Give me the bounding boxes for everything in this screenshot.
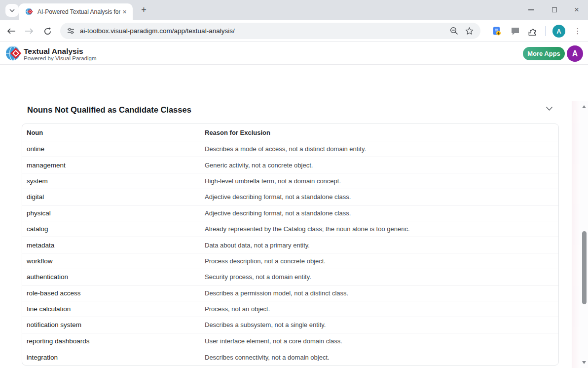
reason-cell: Adjective describing format, not a stand… — [205, 205, 558, 221]
table-row: catalog Already represented by the Catal… — [22, 221, 558, 237]
back-button[interactable] — [5, 25, 18, 38]
noun-cell: catalog — [22, 221, 205, 237]
reason-cell: Describes a permission model, not a dist… — [205, 286, 558, 301]
table-row: digital Adjective describing format, not… — [22, 189, 558, 205]
reload-icon — [43, 27, 52, 36]
table-row: role-based access Describes a permission… — [22, 286, 558, 301]
noun-cell: digital — [22, 189, 205, 205]
browser-tab[interactable]: AI-Powered Textual Analysis for × — [19, 3, 133, 20]
tab-close-icon[interactable]: × — [120, 7, 129, 16]
window-minimize-button[interactable] — [520, 0, 543, 20]
chevron-down-icon — [9, 9, 15, 12]
browser-menu-button[interactable]: ⋮ — [573, 25, 583, 37]
table-row: physical Adjective describing format, no… — [22, 205, 558, 221]
site-settings-icon[interactable] — [67, 27, 74, 35]
nouns-table: Noun Reason for Exclusion online Describ… — [22, 123, 559, 366]
maximize-icon — [552, 7, 557, 12]
address-bar[interactable]: ai-toolbox.visual-paradigm.com/app/textu… — [60, 23, 480, 39]
noun-cell: workflow — [22, 253, 205, 269]
visual-paradigm-logo — [5, 44, 23, 62]
noun-cell: fine calculation — [22, 301, 205, 317]
table-row: authentication Security process, not a d… — [22, 269, 558, 285]
scrollbar-up-arrow[interactable] — [582, 105, 586, 108]
noun-table-body: online Describes a mode of access, not a… — [22, 141, 558, 365]
visual-paradigm-link[interactable]: Visual Paradigm — [55, 55, 97, 61]
reason-cell: Describes a mode of access, not a distin… — [205, 141, 558, 157]
noun-cell: physical — [22, 205, 205, 221]
noun-cell: online — [22, 141, 205, 157]
noun-cell: role-based access — [22, 286, 205, 301]
reason-cell: High-level umbrella term, not a domain c… — [205, 173, 558, 189]
noun-cell: reporting dashboards — [22, 333, 205, 349]
table-header-row: Noun Reason for Exclusion — [22, 124, 558, 141]
extensions-puzzle-icon[interactable] — [528, 26, 539, 37]
table-row: management Generic activity, not a concr… — [22, 157, 558, 173]
section-title: Nouns Not Qualified as Candidate Classes — [27, 105, 191, 115]
vertical-scrollbar[interactable] — [580, 101, 588, 368]
reason-cell: Process, not an object. — [205, 301, 558, 317]
section-collapse-chevron-icon[interactable] — [546, 106, 553, 111]
window-maximize-button[interactable] — [543, 0, 566, 20]
table-row: reporting dashboards User interface elem… — [22, 333, 558, 349]
table-row: integration Describes connectivity, not … — [22, 349, 558, 365]
noun-cell: metadata — [22, 237, 205, 253]
site-favicon — [25, 7, 34, 16]
reading-list-extension-icon[interactable] — [491, 26, 502, 37]
table-row: system High-level umbrella term, not a d… — [22, 173, 558, 189]
page-edge-gradient — [572, 101, 580, 368]
noun-cell: integration — [22, 349, 205, 365]
toolbar-divider — [545, 26, 546, 36]
reason-cell: Generic activity, not a concrete object. — [205, 157, 558, 173]
forward-button[interactable] — [23, 25, 36, 38]
powered-by: Powered by Visual Paradigm — [24, 55, 96, 61]
scrollbar-thumb[interactable] — [582, 231, 587, 304]
forward-arrow-icon — [25, 28, 34, 34]
zoom-out-icon[interactable] — [450, 27, 458, 35]
browser-titlebar: AI-Powered Textual Analysis for × + × — [0, 0, 588, 20]
back-arrow-icon — [7, 28, 16, 34]
tab-search-button[interactable] — [5, 4, 19, 17]
app-title: Textual Analysis — [24, 47, 83, 56]
minimize-icon — [528, 9, 534, 10]
table-row: online Describes a mode of access, not a… — [22, 141, 558, 157]
table-row: workflow Process description, not a conc… — [22, 253, 558, 269]
reason-cell: Adjective describing format, not a stand… — [205, 189, 558, 205]
app-header — [0, 42, 588, 65]
table-row: fine calculation Process, not an object. — [22, 301, 558, 317]
more-apps-button[interactable]: More Apps — [523, 47, 565, 60]
reason-cell: Data about data, not a primary entity. — [205, 237, 558, 253]
reason-cell: Describes connectivity, not a domain obj… — [205, 349, 558, 365]
noun-cell: system — [22, 173, 205, 189]
reason-cell: Already represented by the Catalog class… — [205, 221, 558, 237]
wizard-stepper: 1 2 3 4 5 6 Problem Domain Problem Descr… — [0, 65, 588, 101]
app-user-avatar[interactable]: A — [567, 45, 583, 62]
powered-by-text: Powered by — [24, 55, 54, 61]
comment-icon[interactable] — [510, 26, 520, 37]
noun-cell: management — [22, 157, 205, 173]
noun-cell: authentication — [22, 269, 205, 285]
table-row: metadata Data about data, not a primary … — [22, 237, 558, 253]
reload-button[interactable] — [41, 25, 54, 38]
tab-title: AI-Powered Textual Analysis for — [37, 8, 120, 15]
window-close-button[interactable]: × — [565, 0, 588, 20]
new-tab-button[interactable]: + — [139, 5, 149, 15]
browser-profile-avatar[interactable]: A — [552, 25, 565, 38]
reason-cell: Describes a subsystem, not a single enti… — [205, 317, 558, 333]
scrollbar-down-arrow[interactable] — [582, 361, 586, 364]
reason-cell: Security process, not a domain entity. — [205, 269, 558, 285]
reason-cell: Process description, not a concrete obje… — [205, 253, 558, 269]
table-row: notification system Describes a subsyste… — [22, 317, 558, 333]
bookmark-star-icon[interactable] — [465, 27, 474, 35]
noun-cell: notification system — [22, 317, 205, 333]
reason-cell: User interface element, not a core domai… — [205, 333, 558, 349]
column-header-noun: Noun — [22, 124, 205, 141]
url-text[interactable]: ai-toolbox.visual-paradigm.com/app/textu… — [80, 27, 450, 35]
column-header-reason: Reason for Exclusion — [205, 124, 558, 141]
